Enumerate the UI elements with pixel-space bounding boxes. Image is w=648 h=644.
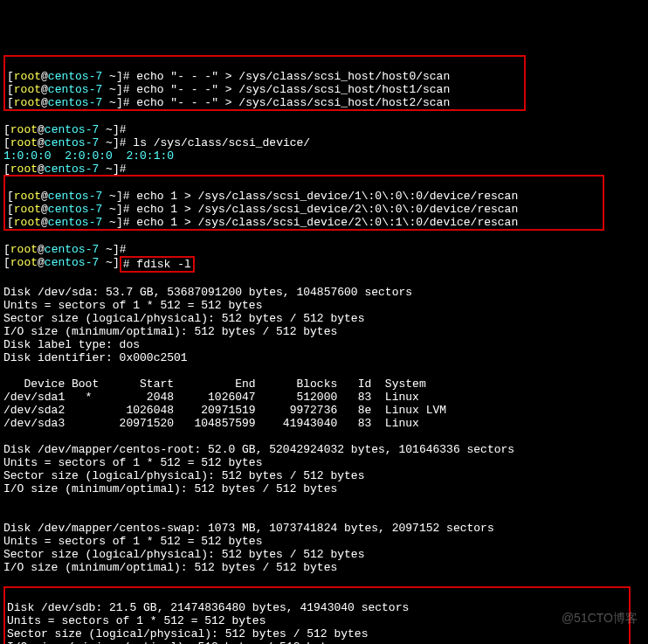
fdisk-sdb-header: Disk /dev/sdb: 21.5 GB, 21474836480 byte…: [7, 601, 409, 614]
fdisk-sda3: /dev/sda3 20971520 104857599 41943040 83…: [3, 417, 419, 430]
fdisk-swap-header: Disk /dev/mapper/centos-swap: 1073 MB, 1…: [3, 522, 494, 535]
cmd-fdisk: fdisk -l: [136, 258, 190, 271]
fdisk-io: I/O size (minimum/optimal): 512 bytes / …: [3, 325, 337, 338]
line-rescan2: [root@centos-7 ~]# echo 1 > /sys/class/s…: [7, 203, 518, 216]
cmd-rescan1: echo 1 > /sys/class/scsi_device/1\:0\:0\…: [136, 190, 518, 203]
line-empty3: [root@centos-7 ~]#: [3, 243, 127, 256]
sdb-block: Disk /dev/sdb: 21.5 GB, 21474836480 byte…: [3, 586, 631, 644]
fdisk-sda1: /dev/sda1 * 2048 1026047 512000 83 Linux: [3, 391, 419, 404]
fdisk-units3: Units = sectors of 1 * 512 = 512 bytes: [3, 535, 262, 548]
fdisk-units2: Units = sectors of 1 * 512 = 512 bytes: [3, 456, 262, 469]
fdisk-io3: I/O size (minimum/optimal): 512 bytes / …: [3, 561, 337, 574]
cmd-scan1: echo "- - -" > /sys/class/scsi_host/host…: [136, 83, 450, 96]
line-ls: [root@centos-7 ~]# ls /sys/class/scsi_de…: [3, 136, 310, 149]
line-empty1: [root@centos-7 ~]#: [3, 123, 127, 136]
cmd-scan0: echo "- - -" > /sys/class/scsi_host/host…: [136, 70, 450, 83]
line-fdisk: [root@centos-7 ~]# fdisk -l: [3, 256, 195, 269]
fdisk-units4: Units = sectors of 1 * 512 = 512 bytes: [7, 614, 265, 627]
fdisk-sector4: Sector size (logical/physical): 512 byte…: [7, 627, 368, 641]
ls-output: 1:0:0:0 2:0:0:0 2:0:1:0: [3, 149, 174, 163]
fdisk-units: Units = sectors of 1 * 512 = 512 bytes: [3, 299, 262, 312]
fdisk-label: Disk label type: dos: [3, 338, 140, 351]
cmd-scan2: echo "- - -" > /sys/class/scsi_host/host…: [136, 96, 450, 109]
scan-commands-block: [root@centos-7 ~]# echo "- - -" > /sys/c…: [3, 55, 526, 111]
fdisk-io4: I/O size (minimum/optimal): 512 bytes / …: [7, 641, 341, 644]
line-rescan1: [root@centos-7 ~]# echo 1 > /sys/class/s…: [7, 190, 518, 203]
rescan-commands-block: [root@centos-7 ~]# echo 1 > /sys/class/s…: [3, 175, 604, 231]
fdisk-root-header: Disk /dev/mapper/centos-root: 52.0 GB, 5…: [3, 443, 514, 456]
cmd-rescan2: echo 1 > /sys/class/scsi_device/2\:0\:0\…: [136, 203, 518, 216]
fdisk-sector: Sector size (logical/physical): 512 byte…: [3, 312, 364, 325]
cmd-ls: ls /sys/class/scsi_device/: [133, 136, 310, 149]
watermark: @51CTO博客: [562, 612, 638, 625]
cmd-rescan3: echo 1 > /sys/class/scsi_device/2\:0\:1\…: [136, 216, 518, 229]
fdisk-sda2: /dev/sda2 1026048 20971519 9972736 8e Li…: [3, 404, 446, 417]
fdisk-ident: Disk identifier: 0x000c2501: [3, 351, 188, 364]
fdisk-sector2: Sector size (logical/physical): 512 byte…: [3, 469, 364, 482]
line-scan1: [root@centos-7 ~]# echo "- - -" > /sys/c…: [7, 83, 450, 96]
fdisk-sector3: Sector size (logical/physical): 512 byte…: [3, 548, 364, 561]
line-scan2: [root@centos-7 ~]# echo "- - -" > /sys/c…: [7, 96, 450, 109]
fdisk-sda-header: Disk /dev/sda: 53.7 GB, 53687091200 byte…: [3, 286, 412, 299]
line-scan0: [root@centos-7 ~]# echo "- - -" > /sys/c…: [7, 70, 450, 83]
fdisk-io2: I/O size (minimum/optimal): 512 bytes / …: [3, 482, 337, 495]
line-empty2: [root@centos-7 ~]#: [3, 163, 127, 176]
fdisk-parthdr: Device Boot Start End Blocks Id System: [3, 377, 426, 391]
fdisk-cmd-box: # fdisk -l: [120, 256, 195, 273]
line-rescan3: [root@centos-7 ~]# echo 1 > /sys/class/s…: [7, 216, 518, 229]
